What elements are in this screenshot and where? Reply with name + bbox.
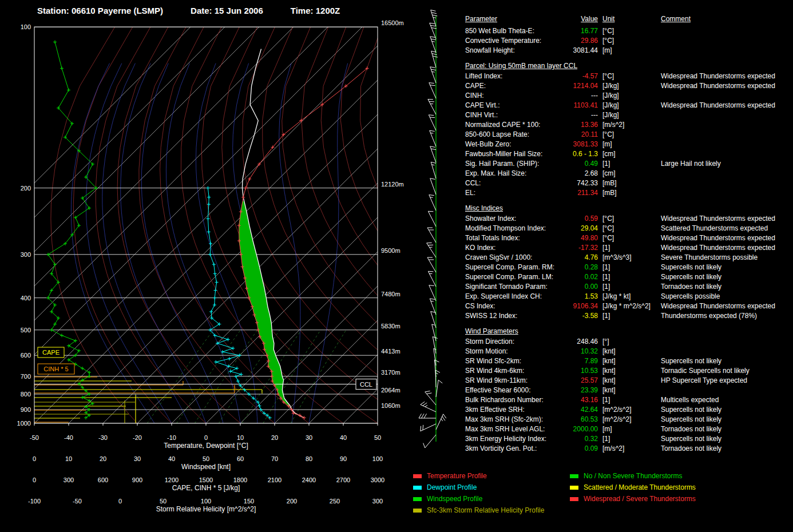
param-unit: [J/kg] [598,81,656,91]
wind-barb [429,83,436,98]
temp-tick-label: -10 [167,434,176,441]
wind-barb [421,424,436,431]
dry-adiabat-line [139,27,275,423]
param-value: 0.09 [567,444,598,454]
param-comment: Supercells not likely [656,356,792,366]
param-value: 3081.33 [567,140,598,149]
wind-barb [434,360,439,377]
table-row: 850 Wet Bulb Theta-E:16.77[°C] [465,26,792,36]
param-name: CAPE: [465,81,567,91]
param-unit: [m/s^2] [598,120,656,130]
param-comment [656,386,792,395]
wind-barb-column [415,0,455,532]
srh-tick-label: 50 [160,498,166,505]
param-name: Modified Thompson Index: [465,224,567,233]
param-comment [656,36,792,46]
param-comment: Thunderstorms expected (78%) [656,311,792,321]
param-unit: [1] [598,282,656,292]
param-comment: Widespread Thunderstorms expected [656,81,792,91]
param-unit: [cm] [598,169,656,178]
param-value: 0.49 [567,159,598,169]
wind-tick-label: 30 [134,455,141,462]
param-name: SR Wind 9km-11km: [465,376,567,386]
altitude-label: 16500m [381,19,404,26]
moist-adiabat-line [233,63,276,423]
temp-tick-label: 0 [204,434,208,441]
param-comment: Supercells not likely [656,405,792,415]
param-comment [656,149,792,159]
pressure-label: 700 [21,373,31,380]
dry-adiabat-line [73,27,172,423]
table-row: SR Wind 4km-6km:10.53[knt]Tornadic Super… [465,366,792,376]
param-unit: [m] [598,46,656,55]
table-row: 850-600 Lapse Rate:20.11[°C] [465,130,792,140]
param-value: 1103.41 [567,101,598,110]
param-unit: [m^2/s^2] [598,415,656,424]
isotherm-line [309,27,415,423]
skewt-diagram: 100200300400500600700800900100016500m121… [0,0,415,532]
cape-tick-label: 0 [33,477,36,483]
param-unit: [J/kg] [598,110,656,120]
group-header: Wind Parameters [465,325,792,337]
windspeed-profile-markers [46,40,98,419]
table-row: Storm Motion:10.32[knt] [465,347,792,356]
table-row: SR Wind 9km-11km:25.57[knt]HP Supercell … [465,376,792,386]
param-name: Snowfall Height: [465,46,567,55]
legend-label: Windspeed Profile [427,495,482,503]
windspeed-profile [48,42,96,418]
param-unit: [m] [598,424,656,434]
srh-tick-label: -100 [28,498,41,505]
dry-adiabat-line [263,27,415,423]
pressure-label: 1000 [17,420,31,427]
param-value: 0.02 [567,272,598,282]
altitude-label: 5830m [381,323,401,329]
param-value: -17.32 [567,243,598,253]
param-comment: Supercells not likely [656,263,792,272]
isotherm-line [378,27,415,423]
param-name: CINH: [465,91,567,101]
isotherm-line [34,27,415,423]
isohume-line [177,330,241,423]
legend-swatch [413,497,422,501]
table-row: Total Totals Index:49.80[°C]Widespread T… [465,233,792,243]
wind-barb [430,67,436,83]
table-row: Craven SigSvr / 1000:4.76[m^3/s^3]Severe… [465,253,792,263]
param-value: 25.57 [567,376,598,386]
cape-tick-label: 2400 [302,477,316,483]
param-unit: [m/s^2] [598,444,656,454]
param-comment: Large Hail not likely [656,159,792,169]
table-row: Exp. Supercell Index CH:1.53[J/kg * kt]S… [465,292,792,301]
altitude-label: 1060m [381,402,401,409]
column-header: Comment [656,14,792,24]
param-comment [656,46,792,55]
param-comment: Supercells not likely [656,434,792,444]
param-unit: [1] [598,272,656,282]
param-comment: Supercells not likely [656,272,792,282]
param-value: 211.34 [567,188,598,198]
param-comment [656,130,792,140]
wind-barb [431,51,438,68]
table-row: SR Wind Sfc-2km:7.89[knt]Supercells not … [465,356,792,366]
legend-swatch [570,474,578,478]
pressure-label: 500 [21,327,31,334]
param-comment: Widespread Thunderstorms expected [656,214,792,224]
param-value: 23.39 [567,386,598,395]
legend-item: Scattered / Moderate Thunderstorms [570,482,696,493]
table-row: CCL:742.33[mB] [465,178,792,188]
param-comment [656,91,792,101]
param-value: 0.59 [567,214,598,224]
table-row: Supercell Comp. Param. LM:0.02[1]Superce… [465,272,792,282]
temp-tick-label: 40 [340,434,347,441]
param-value: 20.11 [567,130,598,140]
temp-tick-label: -30 [98,434,108,441]
param-name: CS Index: [465,301,567,311]
param-comment: Widespread Thunderstorms expected [656,72,792,81]
param-name: Exp. Supercell Index CH: [465,292,567,301]
param-unit: [m^2/s^2] [598,405,656,415]
param-name: Max 3km SRH (Sfc-2km): [465,415,567,424]
param-unit: [m^3/s^3] [598,253,656,263]
param-unit: [m] [598,140,656,149]
param-name: Supercell Comp. Param. RM: [465,263,567,272]
legend-item: No / Non Severe Thunderstorms [570,470,696,482]
legend-item: Widespread / Severe Thunderstorms [570,493,696,505]
